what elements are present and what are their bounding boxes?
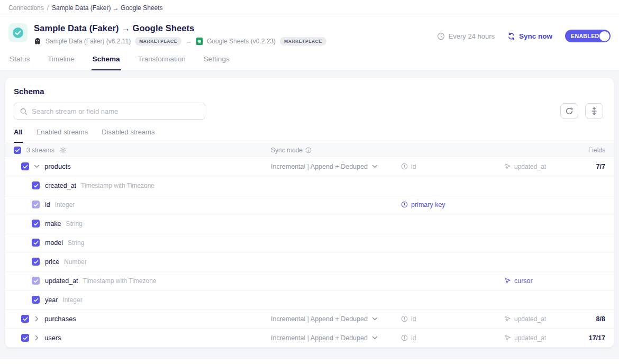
arrow: → <box>186 38 192 45</box>
clock-icon <box>437 32 445 40</box>
stream-name: purchases <box>44 315 76 323</box>
streams-table: 3 streams Sync mode Fields <box>5 143 614 348</box>
sync-mode-select[interactable]: Incremental | Append + Deduped <box>271 334 378 342</box>
cursor-badge: cursor <box>504 277 533 285</box>
destination-marketplace-badge: MARKETPLACE <box>280 37 326 46</box>
page-content: Schema AllEnabled streams <box>0 71 619 359</box>
sync-now-button[interactable]: Sync now <box>507 32 552 40</box>
field-count: 8/8 <box>573 315 605 323</box>
stream-row-purchases[interactable]: purchases Incremental | Append + Deduped… <box>5 310 614 329</box>
schema-title: Schema <box>14 87 605 96</box>
schedule-label: Every 24 hours <box>449 32 495 40</box>
stream-row-users[interactable]: users Incremental | Append + Deduped id … <box>5 329 614 348</box>
field-checkbox[interactable] <box>32 201 40 208</box>
breadcrumb-separator: / <box>47 4 49 12</box>
cursor-value[interactable]: updated_at <box>504 334 546 342</box>
field-checkbox[interactable] <box>32 296 40 304</box>
key-icon <box>401 163 408 170</box>
field-type: String <box>66 220 83 228</box>
primary-key-value[interactable]: id <box>401 315 416 323</box>
stream-name: users <box>44 334 61 342</box>
field-type: Integer <box>55 201 75 208</box>
fields-column-label: Fields <box>573 147 605 154</box>
field-checkbox[interactable] <box>32 181 40 189</box>
field-name: price <box>45 258 59 266</box>
field-row-model: model String <box>5 233 614 252</box>
sync-mode-select[interactable]: Incremental | Append + Deduped <box>271 163 378 170</box>
cursor-icon <box>504 163 511 170</box>
cursor-icon <box>504 334 511 341</box>
gear-icon[interactable] <box>59 147 67 154</box>
cursor-icon <box>504 277 511 284</box>
field-row-year: year Integer <box>5 290 614 310</box>
field-type: String <box>68 239 84 247</box>
sync-schedule: Every 24 hours <box>437 32 495 40</box>
primary-key-value[interactable]: id <box>401 163 416 170</box>
tab-timeline[interactable]: Timeline <box>47 51 76 70</box>
field-name: make <box>45 220 61 228</box>
cursor-value[interactable]: updated_at <box>504 163 546 170</box>
field-checkbox[interactable] <box>32 220 40 228</box>
stream-checkbox[interactable] <box>21 334 29 342</box>
nav-tabs: StatusTimelineSchemaTransformationSettin… <box>0 51 619 71</box>
enabled-label: ENABLED <box>565 33 599 39</box>
stream-filter-tabs: AllEnabled streamsDisabled streams <box>5 128 614 143</box>
search-input[interactable] <box>32 107 199 115</box>
sync-mode-select[interactable]: Incremental | Append + Deduped <box>271 315 378 323</box>
filter-tab-disabled-streams[interactable]: Disabled streams <box>102 128 154 143</box>
tab-status[interactable]: Status <box>8 51 31 70</box>
stream-row-products[interactable]: products Incremental | Append + Deduped … <box>5 157 614 176</box>
primary-key-badge: primary key <box>401 201 445 208</box>
chevron-right-icon[interactable] <box>34 336 40 340</box>
search-box <box>14 103 205 120</box>
field-row-updated-at: updated_at Timestamp with Timezone curso… <box>5 271 614 290</box>
schema-card: Schema AllEnabled streams <box>5 78 614 348</box>
field-row-id: id Integer primary key <box>5 195 614 214</box>
field-name: id <box>45 201 50 208</box>
cursor-value[interactable]: updated_at <box>504 315 546 323</box>
key-icon <box>401 334 408 341</box>
info-icon[interactable] <box>305 147 312 153</box>
field-checkbox[interactable] <box>32 239 40 247</box>
connection-status-icon <box>8 23 28 42</box>
sync-mode-column-label: Sync mode <box>271 147 303 154</box>
tab-schema[interactable]: Schema <box>92 51 121 70</box>
filter-tab-enabled-streams[interactable]: Enabled streams <box>37 128 88 143</box>
page-title: Sample Data (Faker) → Google Sheets <box>34 23 326 33</box>
breadcrumb-current: Sample Data (Faker) → Google Sheets <box>52 4 162 12</box>
field-name: model <box>45 239 63 247</box>
field-name: year <box>45 296 58 304</box>
field-row-price: price Number <box>5 252 614 271</box>
chevron-down-icon[interactable] <box>34 165 40 168</box>
sync-mode-value: Incremental | Append + Deduped <box>271 163 368 170</box>
field-count: 7/7 <box>573 163 605 170</box>
cursor-icon <box>504 315 511 322</box>
tab-transformation[interactable]: Transformation <box>137 51 187 70</box>
stream-checkbox[interactable] <box>21 315 29 323</box>
key-icon <box>401 315 408 322</box>
field-checkbox[interactable] <box>32 258 40 266</box>
key-icon <box>401 201 408 208</box>
select-all-checkbox[interactable] <box>14 147 21 154</box>
primary-key-value[interactable]: id <box>401 334 416 342</box>
refresh-schema-button[interactable] <box>560 103 578 119</box>
field-count: 17/17 <box>573 334 605 342</box>
field-checkbox[interactable] <box>32 277 40 285</box>
stream-checkbox[interactable] <box>21 162 29 170</box>
toggle-knob <box>599 31 609 41</box>
stream-name: products <box>44 162 71 170</box>
streams-body: products Incremental | Append + Deduped … <box>5 157 614 348</box>
chevron-right-icon[interactable] <box>34 317 40 321</box>
streams-count: 3 streams <box>26 147 54 154</box>
tab-settings[interactable]: Settings <box>203 51 231 70</box>
expand-collapse-all-button[interactable] <box>585 103 603 119</box>
field-type: Timestamp with Timezone <box>83 277 157 285</box>
source-icon <box>34 38 41 45</box>
breadcrumb-connections-link[interactable]: Connections <box>8 4 44 12</box>
search-icon <box>20 107 28 115</box>
field-type: Number <box>64 258 87 266</box>
enabled-toggle[interactable]: ENABLED <box>565 30 611 42</box>
field-row-make: make String <box>5 214 614 233</box>
field-row-created-at: created_at Timestamp with Timezone <box>5 176 614 195</box>
filter-tab-all[interactable]: All <box>14 128 23 143</box>
